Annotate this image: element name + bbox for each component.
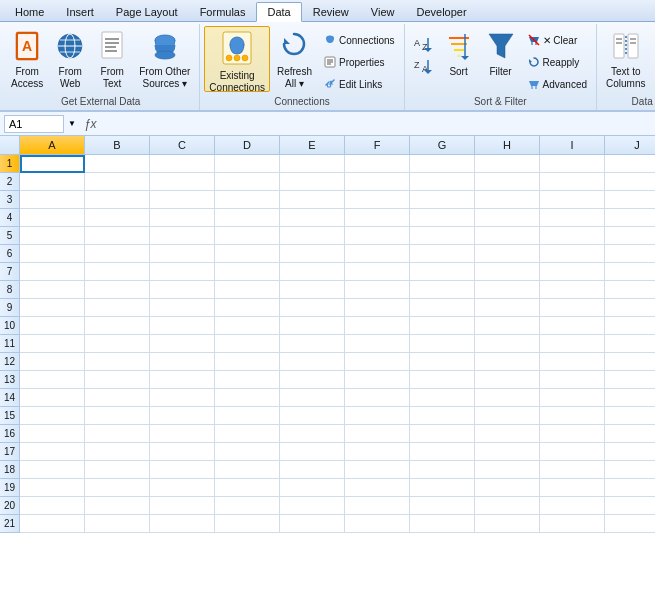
cell-F6[interactable] xyxy=(345,245,410,263)
sort-button[interactable]: Sort xyxy=(439,26,479,92)
cell-B11[interactable] xyxy=(85,335,150,353)
formula-input[interactable] xyxy=(105,118,651,130)
cell-F20[interactable] xyxy=(345,497,410,515)
cell-E19[interactable] xyxy=(280,479,345,497)
cell-J19[interactable] xyxy=(605,479,655,497)
row-header-11[interactable]: 11 xyxy=(0,335,20,353)
cell-G14[interactable] xyxy=(410,389,475,407)
cell-E4[interactable] xyxy=(280,209,345,227)
text-to-columns-button[interactable]: Text toColumns xyxy=(601,26,650,92)
properties-button[interactable]: Properties xyxy=(319,52,400,72)
cell-I17[interactable] xyxy=(540,443,605,461)
cell-C19[interactable] xyxy=(150,479,215,497)
cell-H20[interactable] xyxy=(475,497,540,515)
cell-J17[interactable] xyxy=(605,443,655,461)
cell-I14[interactable] xyxy=(540,389,605,407)
cell-D21[interactable] xyxy=(215,515,280,533)
cell-J20[interactable] xyxy=(605,497,655,515)
cell-A11[interactable] xyxy=(20,335,85,353)
cell-F21[interactable] xyxy=(345,515,410,533)
cell-I7[interactable] xyxy=(540,263,605,281)
cell-F11[interactable] xyxy=(345,335,410,353)
cell-A20[interactable] xyxy=(20,497,85,515)
cell-B15[interactable] xyxy=(85,407,150,425)
cell-B10[interactable] xyxy=(85,317,150,335)
cell-D1[interactable] xyxy=(215,155,280,173)
cell-E13[interactable] xyxy=(280,371,345,389)
cell-J9[interactable] xyxy=(605,299,655,317)
cell-B1[interactable] xyxy=(85,155,150,173)
cell-G16[interactable] xyxy=(410,425,475,443)
cell-D16[interactable] xyxy=(215,425,280,443)
tab-formulas[interactable]: Formulas xyxy=(189,1,257,21)
cell-B18[interactable] xyxy=(85,461,150,479)
cell-E20[interactable] xyxy=(280,497,345,515)
col-header-C[interactable]: C xyxy=(150,136,215,154)
cell-J5[interactable] xyxy=(605,227,655,245)
cell-J18[interactable] xyxy=(605,461,655,479)
cell-I10[interactable] xyxy=(540,317,605,335)
row-header-8[interactable]: 8 xyxy=(0,281,20,299)
cell-F2[interactable] xyxy=(345,173,410,191)
cell-B3[interactable] xyxy=(85,191,150,209)
from-other-sources-button[interactable]: From OtherSources ▾ xyxy=(134,26,195,92)
cell-E14[interactable] xyxy=(280,389,345,407)
cell-F18[interactable] xyxy=(345,461,410,479)
cell-I11[interactable] xyxy=(540,335,605,353)
cell-I9[interactable] xyxy=(540,299,605,317)
cell-H15[interactable] xyxy=(475,407,540,425)
row-header-4[interactable]: 4 xyxy=(0,209,20,227)
cell-D19[interactable] xyxy=(215,479,280,497)
sort-desc-button[interactable]: Z A xyxy=(409,56,437,76)
cell-B17[interactable] xyxy=(85,443,150,461)
cell-D8[interactable] xyxy=(215,281,280,299)
cell-G2[interactable] xyxy=(410,173,475,191)
cell-C16[interactable] xyxy=(150,425,215,443)
cell-F16[interactable] xyxy=(345,425,410,443)
cell-G9[interactable] xyxy=(410,299,475,317)
cell-H6[interactable] xyxy=(475,245,540,263)
cell-F14[interactable] xyxy=(345,389,410,407)
cell-I8[interactable] xyxy=(540,281,605,299)
row-header-21[interactable]: 21 xyxy=(0,515,20,533)
cell-J16[interactable] xyxy=(605,425,655,443)
row-header-7[interactable]: 7 xyxy=(0,263,20,281)
cell-C8[interactable] xyxy=(150,281,215,299)
cell-B7[interactable] xyxy=(85,263,150,281)
row-header-1[interactable]: 1 xyxy=(0,155,20,173)
cell-C9[interactable] xyxy=(150,299,215,317)
connections-button[interactable]: Connections xyxy=(319,30,400,50)
cell-G17[interactable] xyxy=(410,443,475,461)
cell-J3[interactable] xyxy=(605,191,655,209)
cell-H14[interactable] xyxy=(475,389,540,407)
clear-button[interactable]: ✕ Clear xyxy=(523,30,592,50)
cell-B13[interactable] xyxy=(85,371,150,389)
cell-E18[interactable] xyxy=(280,461,345,479)
cell-F13[interactable] xyxy=(345,371,410,389)
from-text-button[interactable]: FromText xyxy=(92,26,132,92)
sort-asc-button[interactable]: A Z xyxy=(409,34,437,54)
cell-D3[interactable] xyxy=(215,191,280,209)
cell-J10[interactable] xyxy=(605,317,655,335)
row-header-3[interactable]: 3 xyxy=(0,191,20,209)
cell-H10[interactable] xyxy=(475,317,540,335)
cell-A13[interactable] xyxy=(20,371,85,389)
cell-B21[interactable] xyxy=(85,515,150,533)
row-header-2[interactable]: 2 xyxy=(0,173,20,191)
cell-H19[interactable] xyxy=(475,479,540,497)
cell-A16[interactable] xyxy=(20,425,85,443)
cell-G4[interactable] xyxy=(410,209,475,227)
cell-D10[interactable] xyxy=(215,317,280,335)
cell-E16[interactable] xyxy=(280,425,345,443)
cell-J1[interactable] xyxy=(605,155,655,173)
cell-D4[interactable] xyxy=(215,209,280,227)
cell-D7[interactable] xyxy=(215,263,280,281)
name-box[interactable] xyxy=(4,115,64,133)
cell-E5[interactable] xyxy=(280,227,345,245)
cell-H1[interactable] xyxy=(475,155,540,173)
cell-B20[interactable] xyxy=(85,497,150,515)
cell-H21[interactable] xyxy=(475,515,540,533)
cell-H5[interactable] xyxy=(475,227,540,245)
cell-G20[interactable] xyxy=(410,497,475,515)
cell-D20[interactable] xyxy=(215,497,280,515)
